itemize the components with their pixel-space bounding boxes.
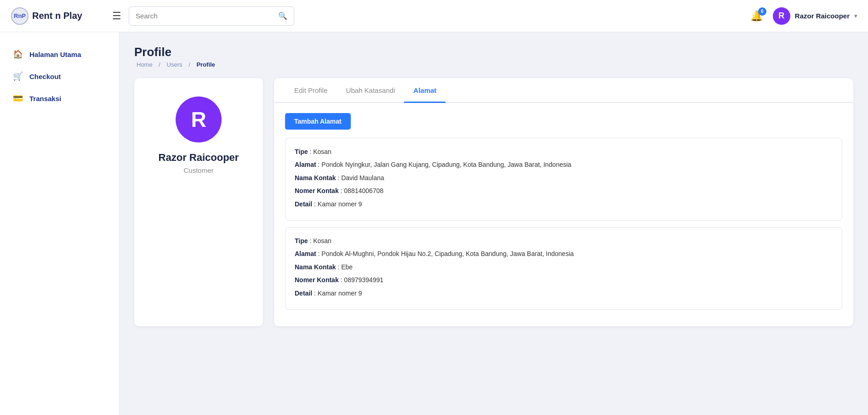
search-input[interactable] xyxy=(136,12,275,20)
address-card-2: Tipe : Kosan Alamat : Pondok Al-Mughni, … xyxy=(285,227,842,310)
address-nama-kontak-1: Nama Kontak : David Maulana xyxy=(295,173,833,183)
profile-name: Razor Raicooper xyxy=(159,152,239,164)
main-content: Profile Home / Users / Profile R Razor R… xyxy=(120,32,868,415)
layout: 🏠 Halaman Utama 🛒 Checkout 💳 Transaksi P… xyxy=(0,32,868,415)
hamburger-button[interactable]: ☰ xyxy=(112,10,121,22)
logo-icon: RnP xyxy=(11,7,29,25)
sidebar-item-label: Checkout xyxy=(29,73,61,80)
breadcrumb-users[interactable]: Users xyxy=(167,61,183,68)
breadcrumb-sep2: / xyxy=(188,61,190,68)
app-name: Rent n Play xyxy=(32,11,82,21)
breadcrumb: Home / Users / Profile xyxy=(134,61,853,68)
sidebar-item-label: Halaman Utama xyxy=(29,51,81,58)
address-detail-1: Detail : Kamar nomer 9 xyxy=(295,199,833,209)
address-tipe-1: Tipe : Kosan xyxy=(295,147,833,157)
profile-card: R Razor Raicooper Customer xyxy=(134,78,263,326)
address-alamat-1: Alamat : Pondok Nyingkur, Jalan Gang Kuj… xyxy=(295,159,833,170)
sidebar: 🏠 Halaman Utama 🛒 Checkout 💳 Transaksi xyxy=(0,32,120,415)
sidebar-item-checkout[interactable]: 🛒 Checkout xyxy=(0,65,119,87)
address-nomer-kontak-2: Nomer Kontak : 08979394991 xyxy=(295,275,833,285)
search-bar: 🔍 xyxy=(129,6,294,26)
address-nama-kontak-2: Nama Kontak : Ebe xyxy=(295,262,833,272)
tab-alamat[interactable]: Alamat xyxy=(404,78,445,103)
tab-edit-profile[interactable]: Edit Profile xyxy=(285,78,337,103)
home-icon: 🏠 xyxy=(13,49,23,59)
user-menu-button[interactable]: R Razor Raicooper ▾ xyxy=(773,7,857,25)
profile-tabs-card: Edit Profile Ubah Katasandi Alamat Tamba… xyxy=(274,78,853,326)
breadcrumb-sep1: / xyxy=(159,61,160,68)
transaction-icon: 💳 xyxy=(13,93,23,103)
page-title: Profile xyxy=(134,45,853,59)
tab-ubah-katasandi[interactable]: Ubah Katasandi xyxy=(337,78,405,103)
profile-avatar: R xyxy=(176,97,222,142)
breadcrumb-home[interactable]: Home xyxy=(137,61,153,68)
tabs-header: Edit Profile Ubah Katasandi Alamat xyxy=(274,78,853,103)
chevron-down-icon: ▾ xyxy=(854,13,857,19)
user-name: Razor Raicooper xyxy=(795,12,850,20)
sidebar-item-label: Transaksi xyxy=(29,95,61,102)
breadcrumb-current: Profile xyxy=(196,61,215,68)
address-nomer-kontak-1: Nomer Kontak : 08814006708 xyxy=(295,186,833,196)
notification-button[interactable]: 🔔 6 xyxy=(750,10,763,22)
profile-role: Customer xyxy=(183,166,213,174)
profile-area: R Razor Raicooper Customer Edit Profile … xyxy=(134,78,853,326)
logo-area: RnP Rent n Play xyxy=(11,7,112,25)
address-card-1: Tipe : Kosan Alamat : Pondok Nyingkur, J… xyxy=(285,138,842,221)
notification-badge: 6 xyxy=(758,7,766,16)
sidebar-item-transaksi[interactable]: 💳 Transaksi xyxy=(0,87,119,109)
cart-icon: 🛒 xyxy=(13,71,23,81)
search-icon: 🔍 xyxy=(278,11,287,20)
address-tipe-2: Tipe : Kosan xyxy=(295,236,833,246)
topnav: RnP Rent n Play ☰ 🔍 🔔 6 R Razor Raicoope… xyxy=(0,0,868,32)
sidebar-item-halaman-utama[interactable]: 🏠 Halaman Utama xyxy=(0,43,119,65)
tambah-alamat-button[interactable]: Tambah Alamat xyxy=(285,113,351,130)
address-detail-2: Detail : Kamar nomer 9 xyxy=(295,288,833,298)
user-avatar: R xyxy=(773,7,790,25)
address-alamat-2: Alamat : Pondok Al-Mughni, Pondok Hijau … xyxy=(295,249,833,259)
tab-content-alamat: Tambah Alamat Tipe : Kosan Alamat : Pond… xyxy=(274,103,853,326)
nav-right: 🔔 6 R Razor Raicooper ▾ xyxy=(750,7,857,25)
